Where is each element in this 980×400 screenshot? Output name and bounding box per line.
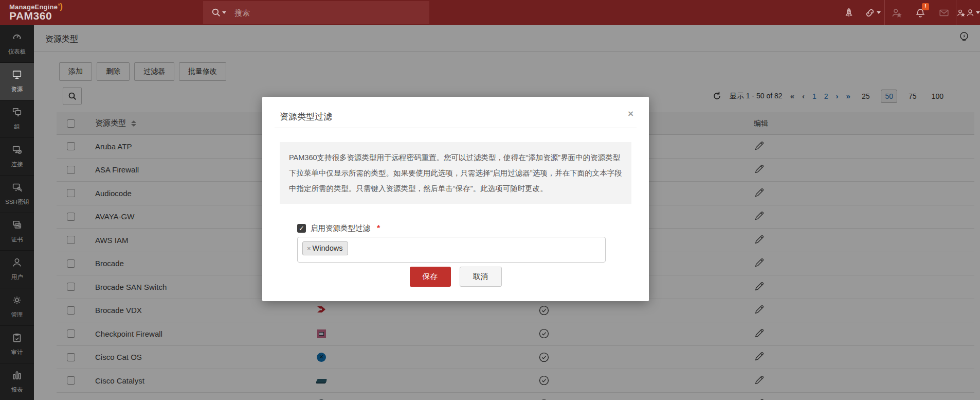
link-icon[interactable] [861,0,884,25]
sidebar-item-label: 报表 [11,386,23,394]
close-icon[interactable]: × [628,108,633,119]
sidebar-item-label: 组 [14,123,20,131]
caret-down-icon [976,11,980,14]
product-text: PAM360 [9,10,63,22]
sidebar-item-证书[interactable]: 证书 [0,213,34,251]
sidebar-item-报表[interactable]: 报表 [0,363,34,400]
global-search[interactable] [203,1,429,24]
report-icon [11,370,23,383]
search-scope-caret-icon [222,11,226,14]
required-asterisk: * [377,224,380,233]
top-bar-icons: ! [837,0,980,25]
notification-badge: ! [922,3,929,10]
enable-filter-label: 启用资源类型过滤 [311,223,370,233]
dialog-title: 资源类型过滤 [280,111,332,123]
sidebar-item-组[interactable]: 组 [0,100,34,138]
sidebar-item-label: 仪表板 [8,47,26,56]
sidebar-item-仪表板[interactable]: 仪表板 [0,25,34,63]
top-bar: ManageEngineʼ) PAM360 ! [0,0,980,25]
search-input[interactable] [234,8,404,17]
tag-chip-windows: ×Windows [302,241,348,255]
sidebar-item-label: SSH密钥 [5,198,29,206]
sidebar-item-label: 审计 [11,348,23,356]
sidebar-nav: 仪表板资源组连接SSH密钥证书用户管理审计报表 [0,25,34,400]
remove-tag-icon[interactable]: × [307,245,311,252]
resource-type-tag-input[interactable]: ×Windows [297,237,606,263]
certificate-icon [11,219,23,233]
monitor-icon [11,69,23,82]
sidebar-item-管理[interactable]: 管理 [0,288,34,326]
manageengine-pam360-logo: ManageEngineʼ) PAM360 [9,2,63,22]
ssh-key-icon [11,182,23,195]
tag-label: Windows [313,244,343,252]
sidebar-item-label: 连接 [11,160,23,168]
sidebar-item-label: 用户 [11,273,23,281]
sidebar-item-SSH密钥[interactable]: SSH密钥 [0,176,34,213]
cancel-button[interactable]: 取消 [460,267,502,287]
sidebar-item-label: 资源 [11,85,23,93]
gear-icon [11,294,23,308]
search-icon [211,8,226,18]
sidebar-item-资源[interactable]: 资源 [0,63,34,100]
gauge-icon [11,31,23,45]
sidebar-item-连接[interactable]: 连接 [0,138,34,176]
resource-type-filter-dialog: 资源类型过滤 × PAM360支持很多资源类型用于远程密码重置。您可以过滤类型，… [262,97,649,301]
caret-down-icon [877,11,881,14]
bell-icon[interactable]: ! [909,0,932,25]
mail-icon[interactable] [932,0,956,25]
user-icon[interactable] [956,0,980,25]
sidebar-item-用户[interactable]: 用户 [0,251,34,288]
dialog-buttons: 保存 取消 [262,267,649,287]
rocket-icon[interactable] [837,0,861,25]
sidebar-item-label: 管理 [11,310,23,319]
dialog-info-text: PAM360支持很多资源类型用于远程密码重置。您可以过滤类型，使得在“添加资源”… [280,142,631,204]
save-button[interactable]: 保存 [410,267,451,287]
brand-swoosh-icon: ʼ) [58,2,63,11]
sidebar-item-审计[interactable]: 审计 [0,326,34,363]
pam360-app: ManageEngineʼ) PAM360 ! 仪表板资源组连接SSH密钥证书用… [0,0,980,400]
audit-icon [11,332,23,345]
connection-icon [11,144,23,158]
enable-filter-row: ✓ 启用资源类型过滤 * [297,223,380,233]
sidebar-item-label: 证书 [11,235,23,244]
dialog-divider [275,128,637,128]
user-icon [11,257,23,270]
group-monitors-icon [11,107,23,120]
enable-filter-checkbox[interactable]: ✓ [297,224,306,233]
user-star-icon[interactable] [885,0,909,25]
